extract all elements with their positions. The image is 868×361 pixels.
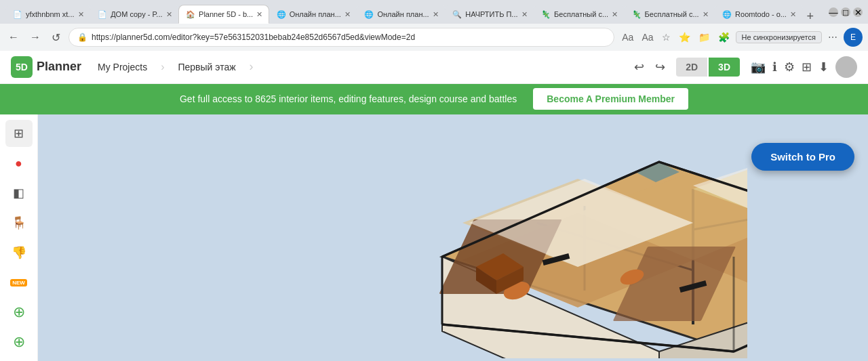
add-icon: ⊕ [13,303,25,321]
tab-3-favicon: 🏠 [186,10,195,19]
tab-7-label: Бесплатный с... [554,10,608,18]
tab-6-close[interactable]: ✕ [521,10,528,19]
close-button[interactable]: ✕ [853,7,863,17]
tab-3-close[interactable]: ✕ [256,10,262,19]
grid-icon: ⊞ [14,126,24,141]
my-projects-link[interactable]: My Projects [92,59,153,75]
expand-icon: › [250,60,254,74]
nav-separator: › [161,61,164,73]
settings-icon[interactable]: ⋯ [826,30,840,45]
user-avatar[interactable] [835,56,857,78]
promo-banner: Get full access to 8625 interior items, … [0,84,868,114]
tab-3-label: Planner 5D - b... [199,10,253,18]
favorites-icon[interactable]: ⭐ [677,30,692,45]
tab-1-favicon: 📄 [13,10,22,19]
color-icon: ● [15,156,22,171]
new-badge: NEW [10,279,27,286]
redo-button[interactable]: ↪ [655,60,665,75]
tab-9-favicon: 🌐 [722,10,732,19]
app-logo: 5D Planner [11,56,81,78]
sidebar-grid-button[interactable]: ⊞ [5,120,33,147]
tab-8-favicon: 🦎 [632,10,642,19]
url-text: https://planner5d.com/editor?key=57e5631… [92,33,606,42]
tab-5[interactable]: 🌐 Онлайн план... ✕ [357,5,445,24]
sidebar-door-button[interactable]: ◧ [5,179,33,207]
tab-9-label: Roomtodo - о... [735,10,787,18]
tab-2[interactable]: 📄 ДОМ copy - P... ✕ [90,5,178,24]
thumbsdown-icon: 👎 [12,245,26,260]
add2-icon: ⊕ [13,333,25,351]
tab-4[interactable]: 🌐 Онлайн план... ✕ [269,5,357,24]
tab-8[interactable]: 🦎 Бесплатный с... ✕ [625,5,715,24]
tab-4-favicon: 🌐 [277,10,286,19]
sidebar-add2-button[interactable]: ⊕ [5,328,33,356]
tab-3-planner[interactable]: 🏠 Planner 5D - b... ✕ [178,5,269,24]
profile-avatar[interactable]: E [844,28,863,47]
lock-icon: 🔒 [77,33,87,42]
tab-4-close[interactable]: ✕ [344,10,351,19]
view-3d-button[interactable]: 3D [709,58,740,77]
forward-button[interactable]: → [27,28,43,46]
share-button[interactable]: ⊞ [802,60,812,75]
extensions-icon[interactable]: 🧩 [716,30,732,45]
tab-7-close[interactable]: ✕ [612,10,618,19]
tab-7[interactable]: 🦎 Бесплатный с... ✕ [534,5,625,24]
sidebar-furniture-button[interactable]: 🪑 [5,209,33,236]
sidebar-color-button[interactable]: ● [5,150,33,177]
download-button[interactable]: ⬇ [818,60,829,75]
read-mode-icon[interactable]: Aa [639,30,655,45]
view-toggle: 2D 3D [676,58,740,77]
address-bar[interactable]: 🔒 https://planner5d.com/editor?key=57e56… [68,28,614,47]
canvas-area: Switch to Pro [38,114,868,361]
main-content: ⊞ ● ◧ 🪑 👎 NEW ⊕ ⊕ [0,114,868,361]
maximize-button[interactable]: □ [841,7,850,17]
sidebar-new-button[interactable]: NEW [5,269,33,296]
view-2d-button[interactable]: 2D [676,58,707,77]
sidebar-feedback-button[interactable]: 👎 [5,239,33,266]
camera-button[interactable]: 📷 [751,60,766,75]
tab-5-label: Онлайн план... [377,10,429,18]
app-header: 5D Planner My Projects › Первый этаж › ↩… [0,51,868,84]
tab-7-favicon: 🦎 [541,10,551,19]
tab-6-label: НАЧРТИТЬ П... [465,10,517,18]
tab-5-favicon: 🌐 [364,10,374,19]
app-name: Planner [37,60,81,74]
tab-9[interactable]: 🌐 Roomtodo - о... ✕ [715,5,802,24]
collections-icon[interactable]: 📁 [696,30,712,45]
floor-plan-3d [327,135,747,358]
tab-8-label: Бесплатный с... [645,10,699,18]
tab-1[interactable]: 📄 yfxthnbnm xt... ✕ [5,5,90,24]
left-sidebar: ⊞ ● ◧ 🪑 👎 NEW ⊕ ⊕ [0,114,38,361]
floor-plan-svg [327,135,747,358]
tab-8-close[interactable]: ✕ [703,10,709,19]
promo-text: Get full access to 8625 interior items, … [180,93,517,104]
tab-9-close[interactable]: ✕ [790,10,796,19]
tab-1-label: yfxthnbnm xt... [26,10,75,18]
minimize-button[interactable]: — [829,7,838,17]
tab-2-close[interactable]: ✕ [166,10,172,19]
tab-4-label: Онлайн план... [290,10,341,18]
tab-2-favicon: 📄 [98,10,107,19]
header-nav: My Projects › Первый этаж › [92,59,254,75]
translate-icon[interactable]: Aa [620,30,635,45]
become-premium-button[interactable]: Become A Premium Member [533,88,688,110]
sync-button[interactable]: Не синхронизируется [736,31,822,43]
floor-link[interactable]: Первый этаж [172,59,241,75]
back-button[interactable]: ← [5,28,22,46]
tab-5-close[interactable]: ✕ [433,10,439,19]
tab-1-close[interactable]: ✕ [78,10,84,19]
furniture-icon: 🪑 [12,215,26,230]
header-actions: 📷 ℹ ⚙ ⊞ ⬇ [751,56,857,78]
settings-button[interactable]: ⚙ [784,60,795,75]
logo-icon: 5D [11,56,33,78]
sidebar-add-button[interactable]: ⊕ [5,299,33,326]
switch-to-pro-button[interactable]: Switch to Pro [751,143,854,171]
info-button[interactable]: ℹ [772,60,777,75]
undo-button[interactable]: ↩ [634,60,644,75]
tab-6[interactable]: 🔍 НАЧРТИТЬ П... ✕ [445,5,534,24]
new-tab-button[interactable]: + [803,9,818,24]
refresh-button[interactable]: ↺ [49,28,63,47]
tab-2-label: ДОМ copy - P... [111,10,162,18]
bookmark-icon[interactable]: ☆ [660,30,673,45]
door-icon: ◧ [13,186,24,200]
